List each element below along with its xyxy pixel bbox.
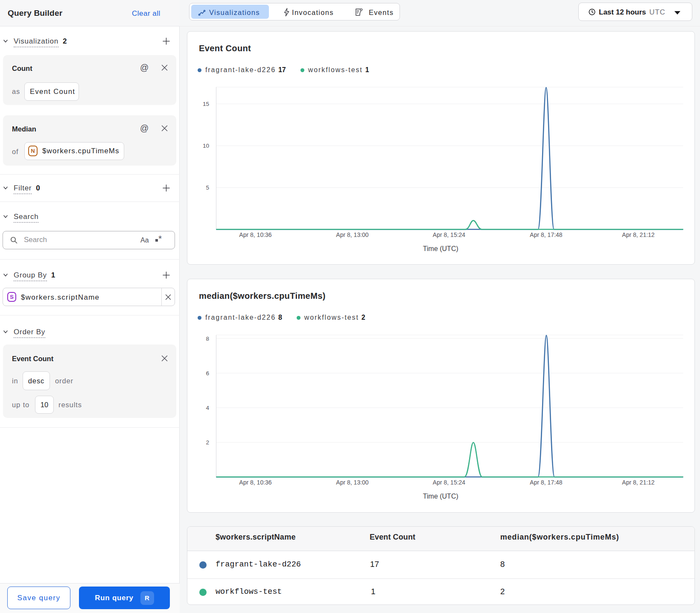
svg-text:Apr 8, 10:36: Apr 8, 10:36 (239, 231, 271, 238)
svg-text:Apr 8, 17:48: Apr 8, 17:48 (530, 479, 562, 486)
svg-text:15: 15 (203, 101, 209, 107)
svg-text:Apr 8, 10:36: Apr 8, 10:36 (239, 479, 271, 486)
svg-text:Time (UTC): Time (UTC) (423, 493, 458, 500)
svg-text:Apr 8, 13:00: Apr 8, 13:00 (336, 479, 368, 486)
svg-text:Time (UTC): Time (UTC) (423, 245, 458, 252)
svg-text:Apr 8, 15:24: Apr 8, 15:24 (433, 479, 465, 486)
svg-text:Apr 8, 21:12: Apr 8, 21:12 (622, 231, 654, 238)
svg-text:Apr 8, 17:48: Apr 8, 17:48 (530, 231, 562, 238)
svg-text:4: 4 (206, 405, 209, 411)
svg-text:Apr 8, 13:00: Apr 8, 13:00 (336, 231, 368, 238)
svg-text:2: 2 (206, 439, 209, 446)
svg-text:Apr 8, 15:24: Apr 8, 15:24 (433, 231, 465, 238)
svg-text:8: 8 (206, 336, 209, 342)
svg-text:10: 10 (203, 143, 209, 149)
svg-text:6: 6 (206, 370, 209, 377)
svg-text:Apr 8, 21:12: Apr 8, 21:12 (622, 479, 654, 486)
svg-text:5: 5 (206, 184, 209, 191)
